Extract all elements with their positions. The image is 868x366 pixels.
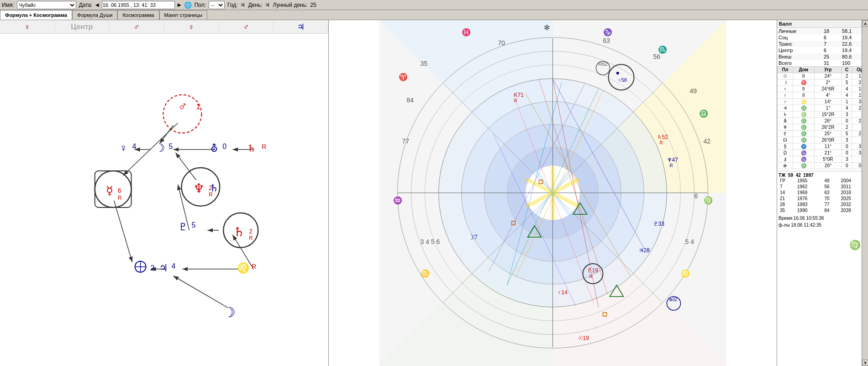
svg-text:42: 42	[704, 138, 711, 145]
planet-row-omega: Ω♑21°03	[778, 150, 868, 156]
svg-text:R: R	[514, 98, 517, 103]
formula-svg: ♂ 1 ☿ 6 R ♆ 2 R ♄ 2 R ♀ 4	[0, 34, 328, 366]
date-nav-right[interactable]: ▶	[178, 2, 181, 7]
svg-text:☽: ☽	[223, 305, 236, 320]
svg-text:♄: ♄	[233, 225, 245, 239]
name-label: Имя:	[2, 2, 14, 8]
period-header: ТЖ 59 42 1997	[779, 173, 867, 178]
svg-text:84: 84	[407, 96, 414, 104]
formula-panel: ♀ Центр ♂ ♀ ♂ ♃	[0, 20, 329, 366]
right-panel: Балл Личные 18 58,1 Соц619,4 Транс722,6 …	[777, 20, 868, 366]
planet-row-sun: ☉II24°21	[778, 73, 868, 80]
planet-row-node: ☊♎26°0R3	[778, 137, 868, 143]
svg-text:♈: ♈	[399, 73, 408, 81]
svg-text:♑: ♑	[603, 28, 612, 37]
svg-text:4: 4	[171, 262, 175, 270]
planet-row-earth: ⊕♎20°00	[778, 163, 868, 169]
svg-text:♄: ♄	[210, 182, 219, 194]
planet-row-jupiter: ♃♎1°42	[778, 105, 868, 111]
tab-maket[interactable]: Макет страницы	[159, 10, 207, 20]
svg-text:35: 35	[421, 60, 428, 67]
svg-text:☽7: ☽7	[468, 234, 478, 241]
svg-text:6: 6	[694, 192, 698, 200]
planet-row-pluto: ♇♎25°52	[778, 131, 868, 137]
god-label: Год:	[227, 2, 237, 8]
god-symbol: ♃	[240, 2, 245, 8]
right-scrollbar[interactable]: ▲ ▼	[862, 20, 868, 366]
column-headers: ♀ Центр ♂ ♀ ♂ ♃	[0, 20, 328, 34]
planet-row-uranus: ⛢♎26°02	[778, 118, 868, 124]
date-label: Дата:	[79, 2, 93, 8]
chart-area: 63 56 49 42 6 5 4 3 4 5 6 77 84 35 70 ♑ …	[329, 20, 777, 366]
name-select[interactable]: Чубайс	[17, 1, 76, 9]
lunar-label: Лунный день:	[273, 2, 307, 8]
stat-row-trans: Транс722,6	[777, 41, 868, 47]
svg-text:6: 6	[118, 187, 121, 194]
svg-text:R62: R62	[599, 61, 608, 67]
stat-row-vnesh: Внеш2580,6	[777, 53, 868, 60]
svg-text:♏: ♏	[658, 45, 667, 54]
svg-text:♀: ♀	[120, 142, 128, 154]
svg-text:0: 0	[222, 143, 226, 150]
tab-kosmo[interactable]: Космограмма	[117, 10, 159, 20]
tab-formula-dushi[interactable]: Формула Души	[72, 10, 117, 20]
planet-header-s: С	[842, 67, 852, 73]
svg-text:♄: ♄	[247, 143, 256, 154]
lunar-value: 25	[310, 2, 316, 8]
svg-text:R: R	[118, 195, 122, 201]
svg-text:5 4: 5 4	[685, 238, 694, 245]
pol-label: Пол:	[195, 2, 206, 8]
svg-text:♇33: ♇33	[653, 221, 665, 227]
svg-text:♄52: ♄52	[657, 134, 668, 140]
scroll-down-button[interactable]: ▼	[862, 360, 868, 366]
svg-text:♌: ♌	[237, 262, 250, 274]
planet-row-saturn: ♄♍15°2R3	[778, 111, 868, 118]
planet-row-neptune: ♆♎26°2R2	[778, 124, 868, 131]
svg-text:♒: ♒	[393, 196, 402, 205]
col-header-3: ♂	[110, 20, 164, 33]
svg-text:3 4 5 6: 3 4 5 6	[421, 238, 440, 245]
svg-text:♂: ♂	[178, 99, 187, 113]
svg-text:♆47: ♆47	[667, 157, 679, 163]
scroll-up-button[interactable]: ▲	[862, 20, 868, 27]
svg-text:2: 2	[249, 228, 253, 235]
svg-text:5: 5	[168, 143, 173, 150]
planet-row-s1: §♐11°03	[778, 143, 868, 150]
time-info-1: Время 16.06 10:55:36	[777, 215, 868, 222]
planet-header-ugr: Угр	[814, 67, 842, 73]
svg-text:49: 49	[690, 87, 697, 95]
svg-rect-0	[0, 34, 328, 366]
svg-text:✻: ✻	[544, 24, 550, 32]
ball-label: Балл	[779, 21, 792, 27]
svg-text:♀58: ♀58	[618, 77, 627, 83]
stat-val1: 18	[822, 28, 841, 34]
main: ♀ Центр ♂ ♀ ♂ ♃	[0, 20, 868, 366]
svg-text:70: 70	[498, 39, 505, 47]
svg-text:♌: ♌	[681, 269, 690, 278]
svg-text:77: 77	[402, 138, 410, 145]
svg-text:4: 4	[132, 143, 137, 150]
svg-text:R: R	[589, 274, 593, 279]
stat-row-vsego: Всего31100	[777, 60, 868, 66]
date-input[interactable]	[102, 1, 175, 9]
svg-text:R: R	[252, 263, 256, 270]
svg-text:♇: ♇	[179, 221, 188, 233]
stat-row-soc: Соц619,4	[777, 34, 868, 41]
planet-row-moon: ☽♈2°52	[778, 80, 868, 86]
svg-text:☿: ☿	[106, 184, 113, 197]
stat-row-lichnie: Личные 18 58,1	[777, 28, 868, 34]
date-nav-left[interactable]: ◀	[95, 2, 99, 7]
col-header-1: ♀	[0, 20, 55, 33]
pol-select[interactable]: --	[209, 1, 225, 9]
planet-row-venus1: ♀II24°6R41	[778, 86, 868, 92]
planet-row-venus2: ♀II4°41	[778, 92, 868, 99]
stat-row-center: Центр619,4	[777, 47, 868, 53]
svg-text:63: 63	[603, 37, 610, 44]
col-header-center: Центр	[55, 20, 110, 33]
svg-text:R: R	[262, 143, 266, 150]
svg-text:♀14: ♀14	[558, 289, 568, 296]
tab-formula-kosmo[interactable]: Формула + Космограмма	[0, 10, 72, 20]
svg-text:☉19: ☉19	[578, 335, 589, 341]
astro-chart-svg: 63 56 49 42 6 5 4 3 4 5 6 77 84 35 70 ♑ …	[329, 20, 777, 366]
svg-text:R: R	[660, 140, 663, 145]
